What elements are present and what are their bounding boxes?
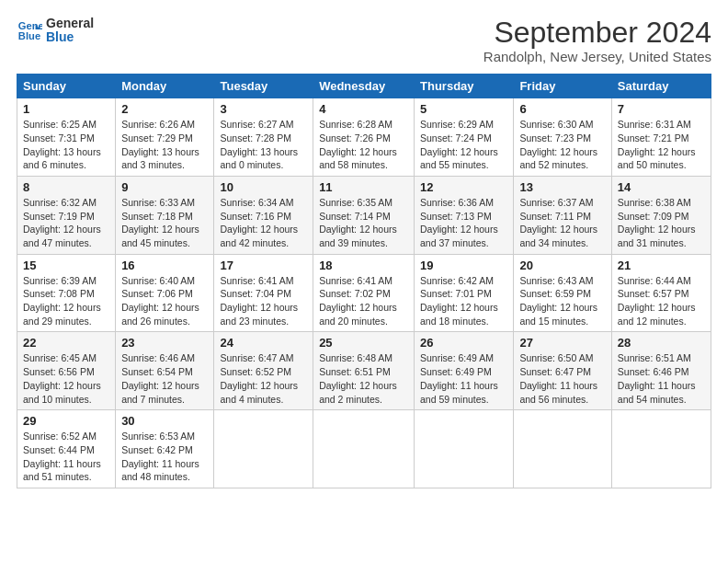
day-detail: Sunrise: 6:26 AMSunset: 7:29 PMDaylight:… [121,119,199,170]
day-number: 7 [618,102,705,116]
logo-line2: Blue [46,30,94,44]
calendar-day-cell: 30 Sunrise: 6:53 AMSunset: 6:42 PMDaylig… [116,410,214,488]
day-number: 26 [420,336,507,350]
calendar-day-cell: 7 Sunrise: 6:31 AMSunset: 7:21 PMDayligh… [611,98,711,177]
calendar-header-cell: Friday [514,75,611,98]
svg-text:Blue: Blue [18,31,40,42]
day-number: 19 [420,259,507,272]
logo-icon: General Blue [17,17,42,43]
calendar-week-row: 15 Sunrise: 6:39 AMSunset: 7:08 PMDaylig… [17,254,711,332]
day-number: 20 [519,259,605,272]
svg-text:General: General [18,20,42,31]
calendar-day-cell: 26 Sunrise: 6:49 AMSunset: 6:49 PMDaylig… [415,332,514,410]
calendar-day-cell: 10 Sunrise: 6:34 AMSunset: 7:16 PMDaylig… [214,176,313,254]
calendar-day-cell: 17 Sunrise: 6:41 AMSunset: 7:04 PMDaylig… [214,254,313,332]
calendar-header-cell: Saturday [611,75,711,98]
day-number: 22 [23,336,109,350]
page: General Blue General Blue September 2024… [0,0,728,563]
day-detail: Sunrise: 6:43 AMSunset: 6:59 PMDaylight:… [519,275,597,327]
day-detail: Sunrise: 6:45 AMSunset: 6:56 PMDaylight:… [23,352,101,404]
calendar-day-cell: 29 Sunrise: 6:52 AMSunset: 6:44 PMDaylig… [17,410,116,488]
day-detail: Sunrise: 6:51 AMSunset: 6:46 PMDaylight:… [618,352,696,404]
calendar-day-cell: 4 Sunrise: 6:28 AMSunset: 7:26 PMDayligh… [313,98,415,177]
day-detail: Sunrise: 6:32 AMSunset: 7:19 PMDaylight:… [23,197,101,248]
calendar-day-cell [514,410,611,488]
day-number: 30 [121,414,208,428]
calendar-day-cell: 28 Sunrise: 6:51 AMSunset: 6:46 PMDaylig… [611,332,711,410]
day-number: 9 [121,180,208,194]
calendar-day-cell: 16 Sunrise: 6:40 AMSunset: 7:06 PMDaylig… [116,254,214,332]
header: General Blue General Blue September 2024… [17,17,711,64]
day-number: 6 [519,102,605,116]
logo: General Blue General Blue [17,17,94,45]
day-number: 12 [420,180,507,194]
calendar-body: 1 Sunrise: 6:25 AMSunset: 7:31 PMDayligh… [17,98,711,488]
day-number: 2 [121,102,208,116]
day-detail: Sunrise: 6:33 AMSunset: 7:18 PMDaylight:… [121,197,199,248]
calendar-day-cell: 21 Sunrise: 6:44 AMSunset: 6:57 PMDaylig… [611,254,711,332]
day-number: 3 [220,102,307,116]
calendar-day-cell: 2 Sunrise: 6:26 AMSunset: 7:29 PMDayligh… [116,98,214,177]
day-detail: Sunrise: 6:34 AMSunset: 7:16 PMDaylight:… [220,197,298,248]
calendar-day-cell [313,410,415,488]
location: Randolph, New Jersey, United States [483,49,711,64]
calendar-day-cell [214,410,313,488]
calendar-day-cell: 6 Sunrise: 6:30 AMSunset: 7:23 PMDayligh… [514,98,611,177]
day-number: 29 [23,414,109,428]
calendar-day-cell: 22 Sunrise: 6:45 AMSunset: 6:56 PMDaylig… [17,332,116,410]
day-detail: Sunrise: 6:38 AMSunset: 7:09 PMDaylight:… [618,197,696,248]
calendar-day-cell: 27 Sunrise: 6:50 AMSunset: 6:47 PMDaylig… [514,332,611,410]
calendar-day-cell: 19 Sunrise: 6:42 AMSunset: 7:01 PMDaylig… [415,254,514,332]
calendar-header-cell: Thursday [415,75,514,98]
calendar-day-cell [415,410,514,488]
day-number: 21 [618,259,705,272]
month-title: September 2024 [483,17,711,49]
day-number: 10 [220,180,307,194]
logo-line1: General [46,17,94,30]
day-detail: Sunrise: 6:50 AMSunset: 6:47 PMDaylight:… [519,352,597,404]
day-detail: Sunrise: 6:53 AMSunset: 6:42 PMDaylight:… [121,431,199,482]
day-number: 17 [220,259,307,272]
calendar-day-cell: 24 Sunrise: 6:47 AMSunset: 6:52 PMDaylig… [214,332,313,410]
calendar-header-cell: Wednesday [313,75,415,98]
calendar-day-cell: 9 Sunrise: 6:33 AMSunset: 7:18 PMDayligh… [116,176,214,254]
day-detail: Sunrise: 6:48 AMSunset: 6:51 PMDaylight:… [319,352,397,404]
calendar-day-cell: 20 Sunrise: 6:43 AMSunset: 6:59 PMDaylig… [514,254,611,332]
day-detail: Sunrise: 6:28 AMSunset: 7:26 PMDaylight:… [319,119,397,170]
day-detail: Sunrise: 6:30 AMSunset: 7:23 PMDaylight:… [519,119,597,170]
calendar-week-row: 29 Sunrise: 6:52 AMSunset: 6:44 PMDaylig… [17,410,711,488]
day-detail: Sunrise: 6:37 AMSunset: 7:11 PMDaylight:… [519,197,597,248]
calendar-header-cell: Tuesday [214,75,313,98]
day-number: 16 [121,259,208,272]
day-number: 18 [319,259,408,272]
calendar-day-cell: 23 Sunrise: 6:46 AMSunset: 6:54 PMDaylig… [116,332,214,410]
calendar-week-row: 8 Sunrise: 6:32 AMSunset: 7:19 PMDayligh… [17,176,711,254]
calendar-day-cell: 15 Sunrise: 6:39 AMSunset: 7:08 PMDaylig… [17,254,116,332]
day-detail: Sunrise: 6:44 AMSunset: 6:57 PMDaylight:… [618,275,696,327]
calendar-day-cell [611,410,711,488]
day-number: 28 [618,336,705,350]
calendar-day-cell: 13 Sunrise: 6:37 AMSunset: 7:11 PMDaylig… [514,176,611,254]
day-detail: Sunrise: 6:35 AMSunset: 7:14 PMDaylight:… [319,197,397,248]
calendar-day-cell: 18 Sunrise: 6:41 AMSunset: 7:02 PMDaylig… [313,254,415,332]
day-number: 13 [519,180,605,194]
day-detail: Sunrise: 6:49 AMSunset: 6:49 PMDaylight:… [420,352,498,404]
day-detail: Sunrise: 6:41 AMSunset: 7:02 PMDaylight:… [319,275,397,327]
day-detail: Sunrise: 6:27 AMSunset: 7:28 PMDaylight:… [220,119,298,170]
calendar-week-row: 22 Sunrise: 6:45 AMSunset: 6:56 PMDaylig… [17,332,711,410]
day-number: 24 [220,336,307,350]
calendar-day-cell: 14 Sunrise: 6:38 AMSunset: 7:09 PMDaylig… [611,176,711,254]
day-number: 11 [319,180,408,194]
calendar-week-row: 1 Sunrise: 6:25 AMSunset: 7:31 PMDayligh… [17,98,711,177]
title-block: September 2024 Randolph, New Jersey, Uni… [483,17,711,64]
day-detail: Sunrise: 6:47 AMSunset: 6:52 PMDaylight:… [220,352,298,404]
calendar-day-cell: 8 Sunrise: 6:32 AMSunset: 7:19 PMDayligh… [17,176,116,254]
day-number: 5 [420,102,507,116]
calendar-table: SundayMondayTuesdayWednesdayThursdayFrid… [17,74,711,488]
calendar-day-cell: 25 Sunrise: 6:48 AMSunset: 6:51 PMDaylig… [313,332,415,410]
calendar-day-cell: 3 Sunrise: 6:27 AMSunset: 7:28 PMDayligh… [214,98,313,177]
day-number: 14 [618,180,705,194]
day-detail: Sunrise: 6:31 AMSunset: 7:21 PMDaylight:… [618,119,696,170]
calendar-header-cell: Sunday [17,75,116,98]
calendar-header-cell: Monday [116,75,214,98]
